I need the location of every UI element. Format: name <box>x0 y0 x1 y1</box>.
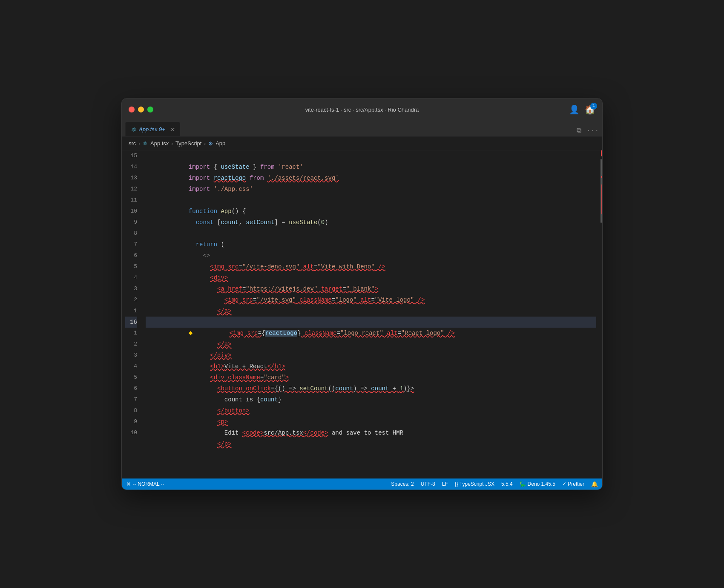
line-num-16: 16 <box>130 317 137 328</box>
more-actions-icon[interactable]: ··· <box>586 127 599 135</box>
titlebar-right-icons: 👤 🏠 1 <box>569 104 595 115</box>
code-line-12 <box>146 184 596 195</box>
error-marker-3 <box>601 184 602 214</box>
extensions-icon-wrapper: 🏠 1 <box>585 104 595 115</box>
line-num-2: 2 <box>134 294 137 306</box>
code-line-3b: <h1>Vite + React</h1> <box>146 350 596 361</box>
line-num-1: 1 <box>134 306 137 317</box>
code-line-16-active: ◆ <img src={reactLogo} className="logo r… <box>146 317 596 328</box>
code-line-1: <a href="https://reactjs.org" target="_b… <box>146 306 596 317</box>
breadcrumb-sep-1: › <box>138 141 140 146</box>
line-num-8b: 8 <box>134 405 137 416</box>
line-num-14: 14 <box>130 161 137 173</box>
mode-text: -- NORMAL -- <box>133 481 164 487</box>
spaces-item[interactable]: Spaces: 2 <box>391 481 414 487</box>
line-num-9b: 9 <box>134 416 137 427</box>
split-editor-icon[interactable]: ⧉ <box>577 127 581 135</box>
code-line-8b: <p> <box>146 405 596 416</box>
line-num-3b: 3 <box>134 350 137 361</box>
line-num-12: 12 <box>130 184 137 195</box>
code-line-10: const [count, setCount] = useState(0) <box>146 206 596 217</box>
account-icon-wrapper: 👤 <box>569 104 580 115</box>
extensions-badge: 1 <box>590 103 597 110</box>
account-icon[interactable]: 👤 <box>569 105 580 115</box>
line-numbers: 15 14 13 12 11 10 9 8 7 6 5 4 3 2 1 16 1 <box>122 150 144 478</box>
line-num-7b: 7 <box>134 394 137 405</box>
encoding-item[interactable]: UTF-8 <box>421 481 435 487</box>
tab-right-actions: ⧉ ··· <box>577 127 599 136</box>
breadcrumb-app-symbol[interactable]: App <box>215 140 225 147</box>
code-line-2b: </div> <box>146 339 596 350</box>
vim-mode-indicator: ✕ -- NORMAL -- <box>126 481 164 487</box>
vscode-window: vite-react-ts-1 · src · src/App.tsx · Ri… <box>121 98 603 490</box>
deno-text: Deno 1.45.5 <box>528 481 555 487</box>
line-num-5b: 5 <box>134 372 137 383</box>
line-num-10b: 10 <box>130 427 137 438</box>
code-line-11: function App() { <box>146 195 596 206</box>
tab-close-button[interactable]: ✕ <box>170 126 175 133</box>
line-num-4: 4 <box>134 272 137 283</box>
breadcrumb-symbol-icon: ⊛ <box>208 140 213 147</box>
close-button[interactable] <box>129 107 135 112</box>
code-container: 15 14 13 12 11 10 9 8 7 6 5 4 3 2 1 16 1 <box>122 150 602 478</box>
line-num-3: 3 <box>134 283 137 294</box>
code-line-5b: <button onClick={() => setCount((count) … <box>146 372 596 383</box>
deno-item[interactable]: 🦕 Deno 1.45.5 <box>520 481 555 487</box>
line-num-11: 11 <box>130 195 137 206</box>
version-item[interactable]: 5.5.4 <box>501 481 513 487</box>
tab-label: App.tsx 9+ <box>139 126 165 133</box>
code-scroll[interactable]: 15 14 13 12 11 10 9 8 7 6 5 4 3 2 1 16 1 <box>122 150 602 478</box>
maximize-button[interactable] <box>147 107 153 112</box>
minimize-button[interactable] <box>138 107 144 112</box>
code-line-9b: Edit <code>src/App.tsx</code> and save t… <box>146 416 596 427</box>
deno-icon: 🦕 <box>520 481 526 487</box>
window-title: vite-react-ts-1 · src · src/App.tsx · Ri… <box>305 107 419 113</box>
code-line-15: import { useState } from 'react' <box>146 150 596 161</box>
code-line-10b: </p> <box>146 427 596 438</box>
line-num-10: 10 <box>130 206 137 217</box>
line-num-5: 5 <box>134 261 137 272</box>
code-line-8: return ( <box>146 228 596 239</box>
breadcrumb-sep-2: › <box>171 141 173 146</box>
code-line-6: <img src="/vite-deno.svg" alt="Vite with… <box>146 250 596 261</box>
editor-area: 15 14 13 12 11 10 9 8 7 6 5 4 3 2 1 16 1 <box>122 150 602 478</box>
react-file-icon: ⚛ <box>131 126 136 133</box>
code-line-7b: </button> <box>146 394 596 405</box>
code-line-6b: count is {count} <box>146 383 596 394</box>
breadcrumb-file-icon: ⚛ <box>143 140 148 147</box>
prettier-item[interactable]: ✓ Prettier <box>562 481 584 487</box>
line-num-1b: 1 <box>134 328 137 339</box>
eol-item[interactable]: LF <box>442 481 448 487</box>
breadcrumb: src › ⚛ App.tsx › TypeScript › ⊛ App <box>122 137 602 150</box>
status-left: ✕ -- NORMAL -- <box>126 481 164 487</box>
line-num-15: 15 <box>130 150 137 161</box>
code-line-4b: <div className="card"> <box>146 361 596 372</box>
code-line-5: <div> <box>146 261 596 272</box>
line-num-8: 8 <box>134 228 137 239</box>
code-line-3: <img src="/vite.svg" className="logo" al… <box>146 283 596 294</box>
bell-item[interactable]: 🔔 <box>591 481 598 487</box>
line-num-4b: 4 <box>134 361 137 372</box>
code-line-1b: </a> <box>146 328 596 339</box>
breadcrumb-typescript[interactable]: TypeScript <box>175 140 201 147</box>
titlebar: vite-react-ts-1 · src · src/App.tsx · Ri… <box>122 98 602 121</box>
breadcrumb-app-tsx[interactable]: App.tsx <box>150 140 169 147</box>
language-item[interactable]: {} TypeScript JSX <box>455 481 494 487</box>
code-line-14: import reactLogo from './assets/react.sv… <box>146 161 596 173</box>
code-line-2a: </a> <box>146 294 596 306</box>
x-icon: ✕ <box>126 481 131 487</box>
status-right: Spaces: 2 UTF-8 LF {} TypeScript JSX 5.5… <box>391 481 598 487</box>
breadcrumb-sep-3: › <box>204 141 206 146</box>
minimap-scrollbar[interactable] <box>596 150 602 478</box>
tab-bar: ⚛ App.tsx 9+ ✕ ⧉ ··· <box>122 121 602 137</box>
code-line-7: <> <box>146 239 596 250</box>
error-marker-1 <box>601 150 602 156</box>
line-num-6b: 6 <box>134 383 137 394</box>
p-close-10b: </p> <box>217 441 232 447</box>
breadcrumb-src[interactable]: src <box>129 140 136 147</box>
tab-app-tsx[interactable]: ⚛ App.tsx 9+ ✕ <box>125 122 180 136</box>
error-marker-2 <box>601 176 602 178</box>
window-controls <box>129 107 153 112</box>
line-num-9: 9 <box>134 217 137 228</box>
code-line-9 <box>146 217 596 228</box>
